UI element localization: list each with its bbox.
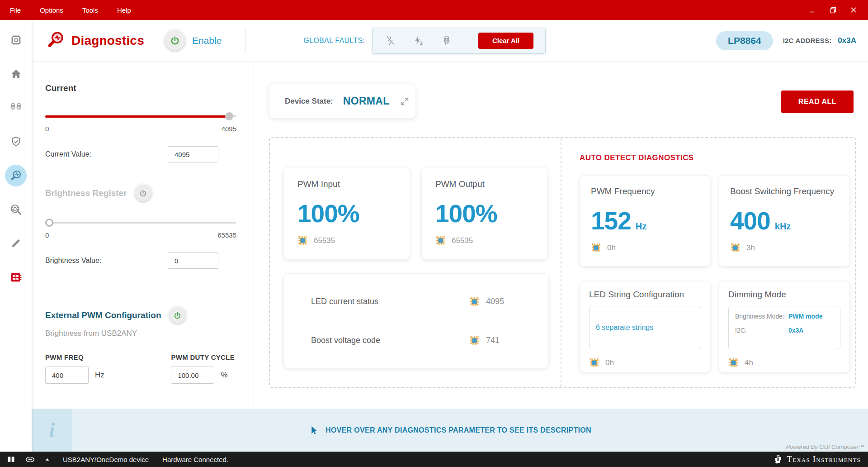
pwm-duty-label: PWM DUTY CYCLE	[171, 353, 235, 361]
expand-icon[interactable]	[400, 96, 410, 106]
dimming-i2c-label: I2C:	[735, 327, 788, 334]
pwm-output-card: PWM Output 100% 65535	[421, 167, 548, 260]
led-current-status-label: LED current status	[284, 297, 469, 306]
pwm-input-register: 65535	[314, 236, 335, 245]
brightness-slider-track[interactable]	[45, 222, 236, 224]
brand-group: Texas Instruments	[773, 454, 868, 464]
i2c-address-value: 0x3A	[838, 36, 856, 45]
restore-icon	[829, 6, 837, 14]
brand-name: Texas Instruments	[787, 454, 861, 464]
sidebar-item-led-channels[interactable]	[9, 101, 22, 114]
sidebar-item-register-map[interactable]	[9, 271, 22, 284]
brightness-power-button[interactable]	[135, 185, 151, 201]
menu-help[interactable]: Help	[108, 6, 141, 14]
current-max-label: 4095	[222, 125, 236, 133]
enable-group: Enable	[165, 31, 222, 51]
dimming-i2c-value: 0x3A	[788, 327, 803, 334]
flash-off-fault-icon	[384, 34, 397, 47]
book-icon	[6, 455, 16, 464]
registers-icon	[9, 271, 22, 284]
auto-detect-heading: AUTO DETECT DIAGNOSTICS	[580, 153, 855, 162]
boost-frequency-unit: kHz	[775, 221, 791, 235]
register-chip-icon	[469, 335, 480, 346]
sidebar-item-protection[interactable]	[9, 135, 22, 148]
boost-frequency-title: Boost Switching Frequency	[730, 186, 839, 196]
brightness-value-input[interactable]	[168, 253, 218, 269]
clear-all-button[interactable]: Clear All	[478, 33, 533, 49]
pwm-input-card: PWM Input 100% 65535	[283, 167, 410, 260]
current-value-input[interactable]	[168, 146, 218, 162]
current-min-label: 0	[45, 125, 49, 133]
current-slider-range: 0 4095	[45, 125, 236, 133]
sidebar-item-home[interactable]	[9, 67, 22, 80]
led-string-config-register: 0h	[605, 358, 614, 367]
cpu-icon	[10, 34, 22, 46]
brightness-slider[interactable]	[45, 219, 236, 227]
pencil-icon	[10, 238, 22, 249]
lp8864-evm-gui-window: File Options Tools Help	[0, 0, 868, 467]
title-bar: File Options Tools Help	[0, 0, 868, 20]
restore-button[interactable]	[828, 5, 837, 14]
info-message-text: HOVER OVER ANY DIAGNOSTICS PARAMETER TO …	[326, 426, 591, 434]
pwm-freq-unit: Hz	[95, 371, 104, 380]
minimize-button[interactable]	[807, 5, 816, 14]
brightness-slider-handle[interactable]	[45, 219, 53, 227]
close-button[interactable]	[849, 5, 858, 14]
nav-sidebar	[0, 20, 32, 452]
boost-frequency-card: Boost Switching Frequency 400 kHz 3h	[719, 175, 850, 267]
expand-status-button[interactable]	[44, 457, 50, 462]
device-state-value: NORMAL	[343, 95, 390, 107]
current-slider-handle[interactable]	[225, 112, 233, 120]
boost-frequency-register: 3h	[746, 243, 755, 253]
pwm-frequency-unit: Hz	[636, 221, 646, 235]
pwm-frequency-card: PWM Frequency 152 Hz 0h	[580, 175, 711, 267]
i2c-address-label: I2C ADDRESS:	[783, 37, 832, 44]
led-string-config-card: LED String Configuration 6 separate stri…	[580, 281, 711, 372]
pwm-freq-input[interactable]	[45, 367, 89, 384]
dimming-mode-box: Brightness Mode: PWM mode I2C: 0x3A	[728, 306, 840, 349]
powered-by-label: Powered By GUI Composer™	[786, 443, 864, 450]
menu-tools[interactable]: Tools	[73, 6, 108, 14]
pwm-duty-field: PWM DUTY CYCLE %	[171, 353, 235, 384]
hardware-status-label: Hardware Connected.	[162, 456, 228, 463]
current-slider[interactable]	[45, 112, 236, 120]
brightness-section-heading: Brightness Register	[45, 188, 127, 198]
sidebar-item-debug[interactable]	[9, 203, 22, 216]
pwm-output-value: 100%	[435, 199, 534, 228]
sidebar-item-edit[interactable]	[9, 237, 22, 250]
status-bar: USB2ANY/OneDemo device Hardware Connecte…	[0, 452, 868, 467]
pwm-duty-input[interactable]	[171, 367, 214, 384]
diagnostics-logo-icon	[46, 30, 65, 51]
boost-voltage-code-value: 741	[486, 336, 500, 345]
leds-icon	[9, 101, 22, 114]
sidebar-item-diagnostics[interactable]	[9, 169, 22, 182]
dimming-mode-title: Dimming Mode	[728, 290, 840, 300]
link-icon	[25, 454, 35, 465]
pwm-frequency-title: PWM Frequency	[591, 186, 699, 196]
brightness-min-label: 0	[45, 231, 49, 239]
read-all-button[interactable]: READ ALL	[781, 91, 854, 113]
connection-button[interactable]	[25, 454, 35, 465]
brightness-slider-range: 0 65535	[45, 231, 236, 239]
enable-power-button[interactable]	[165, 31, 185, 51]
dimming-mode-card: Dimming Mode Brightness Mode: PWM mode I…	[719, 281, 850, 372]
led-string-config-box: 6 separate strings	[589, 306, 701, 349]
register-chip-icon	[435, 235, 446, 246]
caret-up-icon	[44, 457, 50, 462]
power-icon	[139, 189, 147, 198]
ti-logo-icon	[773, 454, 783, 464]
pwm-frequency-register: 0h	[607, 243, 616, 253]
boost-voltage-code-row: Boost voltage code 741	[284, 321, 548, 360]
led-fault-icon	[440, 34, 453, 47]
close-icon	[850, 6, 857, 14]
log-button[interactable]	[6, 455, 16, 464]
menu-options[interactable]: Options	[30, 6, 73, 14]
sidebar-item-device-config[interactable]	[9, 33, 22, 46]
pwm-input-title: PWM Input	[297, 179, 396, 189]
menu-file[interactable]: File	[0, 6, 30, 14]
diagnostics-icon	[9, 169, 22, 182]
power-icon	[170, 35, 180, 46]
external-pwm-power-button[interactable]	[170, 307, 186, 324]
brightness-mode-label: Brightness Mode:	[735, 313, 788, 320]
register-chip-icon	[469, 296, 480, 307]
